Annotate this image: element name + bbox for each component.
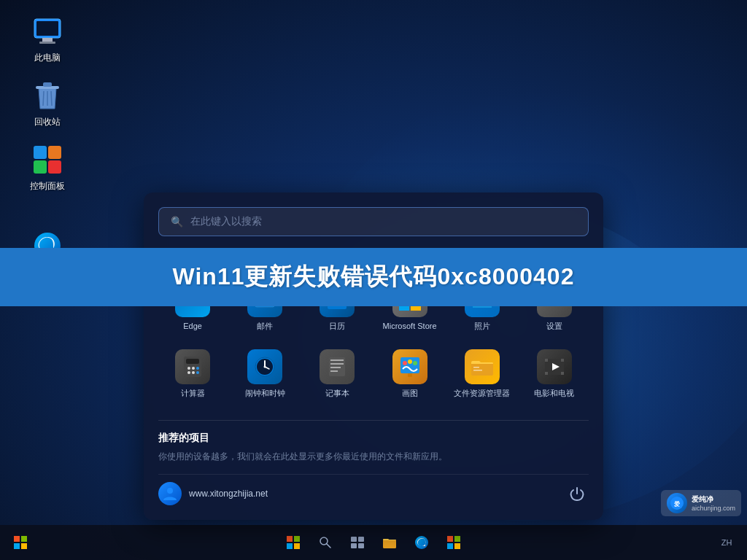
svg-point-49: [403, 361, 407, 365]
app-explorer[interactable]: 文件资源管理器: [448, 342, 516, 405]
recommended-desc: 你使用的设备越多，我们就会在此处显示更多你最近使用的文件和新应用。: [158, 451, 589, 463]
task-view-button[interactable]: [344, 529, 371, 556]
svg-point-36: [192, 371, 195, 374]
app-calculator[interactable]: 计算器: [158, 342, 227, 405]
watermark-text: 爱纯净 aichunjing.com: [692, 494, 735, 512]
control-panel-icon: [31, 143, 64, 176]
svg-line-8: [51, 91, 52, 106]
calculator-label: 计算器: [181, 389, 205, 398]
svg-rect-46: [330, 367, 341, 368]
mail-label: 邮件: [257, 322, 273, 331]
user-avatar: [158, 482, 182, 505]
svg-point-50: [408, 359, 412, 364]
movies-label: 电影和电视: [534, 389, 574, 398]
svg-point-42: [264, 365, 266, 368]
taskbar-explorer-button[interactable]: [376, 529, 403, 556]
svg-point-62: [167, 488, 173, 494]
recommended-section: 推荐的项目 你使用的设备越多，我们就会在此处显示更多你最近使用的文件和新应用。: [158, 420, 589, 463]
photos-label: 照片: [474, 322, 490, 331]
system-tray[interactable]: ZH: [713, 529, 740, 556]
store-label: Microsoft Store: [383, 322, 437, 331]
desktop-icon-this-pc[interactable]: 此电脑: [22, 15, 73, 64]
svg-rect-63: [14, 536, 20, 542]
start-menu: 🔍 在此键入以搜索 已固定 所有应用 › Edge: [144, 192, 603, 520]
taskbar-edge-button[interactable]: [409, 529, 435, 556]
taskbar-store-button[interactable]: [441, 529, 467, 556]
svg-rect-69: [287, 543, 293, 549]
svg-rect-9: [34, 146, 47, 159]
svg-rect-66: [21, 543, 27, 549]
svg-point-51: [413, 361, 417, 365]
svg-point-32: [187, 367, 190, 370]
svg-rect-12: [48, 160, 61, 174]
svg-rect-1: [36, 21, 58, 36]
svg-rect-5: [43, 82, 52, 87]
this-pc-icon: [31, 15, 64, 48]
taskbar-search-button[interactable]: [312, 529, 338, 556]
recycle-bin-icon: [31, 79, 64, 112]
calculator-icon: [175, 349, 210, 384]
svg-rect-68: [294, 536, 300, 542]
svg-rect-58: [545, 359, 548, 362]
svg-rect-2: [42, 38, 53, 42]
search-bar[interactable]: 🔍 在此键入以搜索: [158, 207, 589, 236]
recommended-title: 推荐的项目: [158, 432, 589, 445]
banner-text: Win11更新失败错误代码0xc8000402: [173, 261, 575, 293]
svg-rect-3: [39, 42, 55, 44]
svg-line-72: [327, 544, 330, 548]
svg-rect-45: [330, 363, 344, 365]
taskbar-right: ZH: [713, 529, 740, 556]
svg-rect-65: [14, 543, 20, 549]
app-notepad[interactable]: 记事本: [303, 342, 371, 405]
svg-rect-59: [561, 359, 564, 362]
power-button[interactable]: [565, 482, 589, 505]
svg-rect-67: [287, 536, 293, 542]
app-clock[interactable]: 闹钟和时钟: [231, 342, 299, 405]
svg-point-33: [192, 367, 195, 370]
app-paint[interactable]: 画图: [375, 342, 444, 405]
app-movies[interactable]: 电影和电视: [520, 342, 589, 405]
edge-label: Edge: [183, 322, 202, 331]
paint-icon: [392, 349, 427, 384]
desktop-icon-control-panel[interactable]: 控制面板: [22, 143, 73, 192]
this-pc-label: 此电脑: [34, 52, 61, 64]
search-icon: 🔍: [171, 216, 183, 228]
svg-text:爱: 爱: [674, 500, 680, 508]
svg-rect-52: [408, 373, 412, 377]
svg-rect-77: [383, 540, 396, 548]
control-panel-label: 控制面板: [30, 180, 65, 192]
svg-rect-10: [48, 146, 61, 159]
svg-rect-76: [358, 543, 364, 548]
watermark-logo: 爱: [667, 493, 687, 513]
settings-label: 设置: [546, 322, 562, 331]
svg-rect-82: [454, 543, 460, 549]
start-button[interactable]: [280, 529, 306, 556]
desktop-icons: 此电脑 回收站: [22, 15, 73, 262]
svg-point-37: [196, 371, 199, 374]
windows-logo-taskbar[interactable]: [7, 529, 34, 556]
calendar-label: 日历: [329, 322, 345, 331]
svg-line-6: [43, 91, 44, 106]
movies-icon: [537, 349, 572, 384]
svg-rect-31: [186, 359, 199, 364]
desktop-icon-recycle-bin[interactable]: 回收站: [22, 79, 73, 128]
paint-label: 画图: [402, 389, 418, 398]
explorer-icon: [465, 349, 500, 384]
recycle-bin-label: 回收站: [34, 116, 61, 128]
svg-point-35: [187, 371, 190, 374]
svg-rect-64: [21, 536, 27, 542]
svg-rect-47: [330, 370, 338, 372]
svg-rect-54: [473, 367, 479, 368]
search-placeholder: 在此键入以搜索: [190, 215, 262, 228]
svg-rect-74: [358, 537, 364, 542]
taskbar-center: [280, 529, 467, 556]
desktop: 此电脑 回收站: [0, 0, 747, 560]
start-menu-bottom: www.xitongzhijia.net: [158, 474, 589, 505]
svg-rect-60: [545, 372, 548, 375]
svg-point-78: [415, 536, 428, 549]
svg-rect-73: [351, 537, 357, 542]
svg-rect-79: [447, 536, 453, 542]
svg-rect-70: [294, 543, 300, 549]
watermark: 爱 爱纯净 aichunjing.com: [661, 490, 741, 516]
user-info[interactable]: www.xitongzhijia.net: [158, 482, 268, 505]
